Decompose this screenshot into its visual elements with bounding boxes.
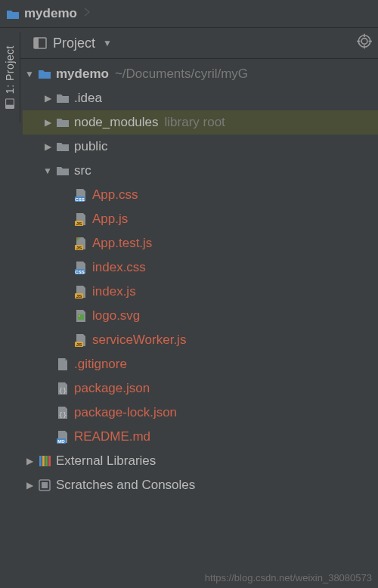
tree-item-label: External Libraries	[56, 453, 156, 469]
project-toolbar: Project ▼	[0, 28, 378, 59]
tree-item-label: logo.svg	[92, 308, 140, 323]
tree-item-label: serviceWorker.js	[92, 333, 186, 348]
tree-item-label: public	[74, 139, 107, 154]
tree-item-label: App.test.js	[92, 236, 152, 251]
folder-icon	[54, 141, 71, 153]
tree-item-label: README.md	[74, 429, 150, 444]
tree-item-gitignore[interactable]: ▶ .gitignore	[23, 352, 378, 376]
tree-item-package-json[interactable]: ▶ package.json	[23, 376, 378, 401]
js-file-icon	[73, 212, 89, 226]
chevron-right-icon[interactable]: ▶	[41, 141, 54, 152]
tree-item-hint: library root	[165, 115, 225, 130]
tree-item-label: index.css	[92, 260, 146, 275]
folder-icon	[36, 68, 53, 80]
view-selector[interactable]: Project	[53, 36, 95, 51]
tree-item-label: App.js	[92, 212, 128, 227]
tool-window-tab-project[interactable]: 1: Project	[0, 32, 20, 122]
folder-icon	[54, 92, 71, 104]
tree-item-label: mydemo	[56, 67, 109, 82]
target-icon[interactable]	[357, 34, 372, 53]
project-view-icon	[5, 98, 15, 109]
tree-item-service-worker-js[interactable]: ▶ serviceWorker.js	[23, 328, 378, 352]
breadcrumb: mydemo	[0, 0, 378, 28]
tree-item-public[interactable]: ▶ public	[23, 135, 378, 159]
library-icon	[36, 454, 53, 468]
tree-item-idea[interactable]: ▶ .idea	[23, 86, 378, 110]
chevron-down-icon[interactable]: ▼	[41, 166, 54, 176]
chevron-right-icon[interactable]: ▶	[41, 93, 54, 104]
css-file-icon	[73, 261, 89, 274]
scratch-icon	[36, 478, 53, 492]
file-icon	[54, 357, 71, 371]
js-file-icon	[73, 285, 89, 299]
tree-item-index-css[interactable]: ▶ index.css	[23, 255, 378, 280]
tree-item-logo-svg[interactable]: ▶ logo.svg	[23, 304, 378, 328]
tree-item-label: package-lock.json	[74, 405, 177, 420]
tree-item-node-modules[interactable]: ▶ node_modules library root	[23, 110, 378, 135]
chevron-right-icon[interactable]: ▶	[41, 117, 54, 128]
js-file-icon	[73, 333, 89, 347]
tree-item-index-js[interactable]: ▶ index.js	[23, 280, 378, 304]
tree-item-label: package.json	[74, 381, 150, 396]
tree-item-app-js[interactable]: ▶ App.js	[23, 207, 378, 231]
tree-item-label: index.js	[92, 284, 136, 299]
tree-root[interactable]: ▼ mydemo ~/Documents/cyril/myG	[23, 62, 378, 86]
folder-icon	[54, 165, 71, 177]
tree-item-hint: ~/Documents/cyril/myG	[115, 67, 248, 82]
tree-item-package-lock-json[interactable]: ▶ package-lock.json	[23, 401, 378, 425]
folder-icon	[54, 116, 71, 128]
chevron-down-icon[interactable]: ▼	[103, 38, 112, 48]
js-test-file-icon	[73, 237, 89, 250]
json-file-icon	[54, 382, 71, 395]
tool-window-tab-label: 1: Project	[4, 45, 16, 94]
tree-item-external-libraries[interactable]: ▶ External Libraries	[23, 449, 378, 473]
css-file-icon	[73, 188, 89, 202]
tree-item-label: src	[74, 163, 91, 178]
markdown-file-icon	[54, 430, 71, 444]
chevron-down-icon[interactable]: ▼	[23, 69, 36, 79]
chevron-right-icon[interactable]: ▶	[23, 456, 36, 466]
tree-item-src[interactable]: ▼ src	[23, 159, 378, 183]
tree-item-label: Scratches and Consoles	[56, 478, 195, 493]
tree-item-readme-md[interactable]: ▶ README.md	[23, 425, 378, 449]
project-view-icon	[33, 36, 47, 50]
tree-item-label: node_modules	[74, 115, 159, 130]
chevron-right-icon	[83, 6, 91, 21]
chevron-right-icon[interactable]: ▶	[23, 480, 36, 491]
tree-item-label: App.css	[92, 187, 138, 203]
image-file-icon	[73, 309, 89, 323]
folder-icon	[6, 8, 20, 20]
tree-item-label: .gitignore	[74, 357, 127, 372]
watermark: https://blog.csdn.net/weixin_38080573	[205, 572, 372, 583]
json-file-icon	[54, 406, 71, 419]
tree-item-app-css[interactable]: ▶ App.css	[23, 183, 378, 207]
tree-item-scratches[interactable]: ▶ Scratches and Consoles	[23, 473, 378, 497]
tree-item-app-test-js[interactable]: ▶ App.test.js	[23, 231, 378, 255]
breadcrumb-project-name[interactable]: mydemo	[24, 6, 77, 21]
project-tree: ▼ mydemo ~/Documents/cyril/myG ▶ .idea ▶…	[0, 59, 378, 588]
tree-item-label: .idea	[74, 91, 102, 106]
